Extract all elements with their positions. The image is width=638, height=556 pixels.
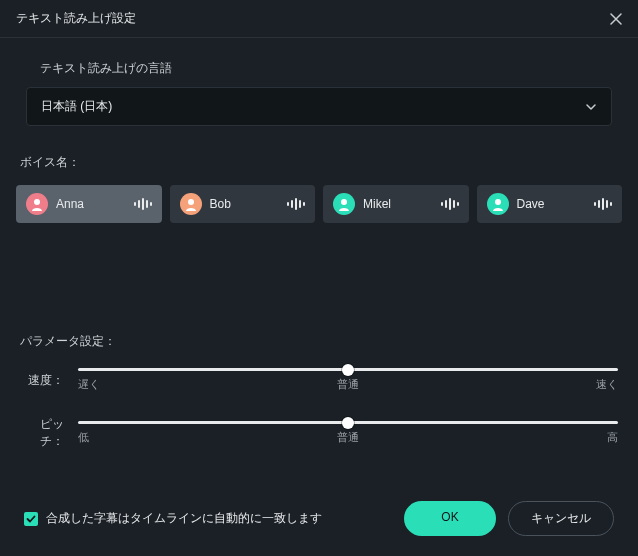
svg-point-0 [34,199,40,205]
voice-option-mikel[interactable]: Mikel [323,185,469,223]
speed-max-label: 速く [596,377,618,392]
pitch-mid-label: 普通 [337,430,359,445]
auto-sync-label: 合成した字幕はタイムラインに自動的に一致します [46,510,322,527]
dialog-title: テキスト読み上げ設定 [16,10,136,27]
svg-point-1 [188,199,194,205]
voice-option-anna[interactable]: Anna [16,185,162,223]
dialog-footer: 合成した字幕はタイムラインに自動的に一致します OK キャンセル [0,485,638,556]
svg-point-3 [495,199,501,205]
speed-label: 速度： [20,372,64,389]
language-label: テキスト読み上げの言語 [40,60,598,77]
pitch-max-label: 高 [607,430,618,445]
speed-mid-label: 普通 [337,377,359,392]
pitch-slider-thumb[interactable] [342,417,354,429]
auto-sync-checkbox[interactable] [24,512,38,526]
speed-min-label: 遅く [78,377,100,392]
pitch-min-label: 低 [78,430,89,445]
voice-list: Anna Bob Mikel [16,185,622,223]
chevron-down-icon [585,101,597,113]
language-selected-value: 日本語 (日本) [41,98,112,115]
pitch-slider[interactable] [78,421,618,424]
voice-option-dave[interactable]: Dave [477,185,623,223]
pitch-label: ピッチ： [20,416,64,450]
ok-button[interactable]: OK [404,501,496,536]
waveform-icon [134,197,152,211]
voice-option-bob[interactable]: Bob [170,185,316,223]
voice-name: Dave [517,197,545,211]
speed-slider[interactable] [78,368,618,371]
avatar-icon [487,193,509,215]
avatar-icon [333,193,355,215]
voice-name: Bob [210,197,231,211]
params-label: パラメータ設定： [20,333,618,350]
avatar-icon [26,193,48,215]
close-icon[interactable] [610,13,622,25]
speed-slider-thumb[interactable] [342,364,354,376]
waveform-icon [287,197,305,211]
cancel-button[interactable]: キャンセル [508,501,614,536]
voice-name: Anna [56,197,84,211]
waveform-icon [441,197,459,211]
waveform-icon [594,197,612,211]
voices-label: ボイス名： [20,154,622,171]
svg-point-2 [341,199,347,205]
title-bar: テキスト読み上げ設定 [0,0,638,38]
avatar-icon [180,193,202,215]
voice-name: Mikel [363,197,391,211]
language-select[interactable]: 日本語 (日本) [26,87,612,126]
